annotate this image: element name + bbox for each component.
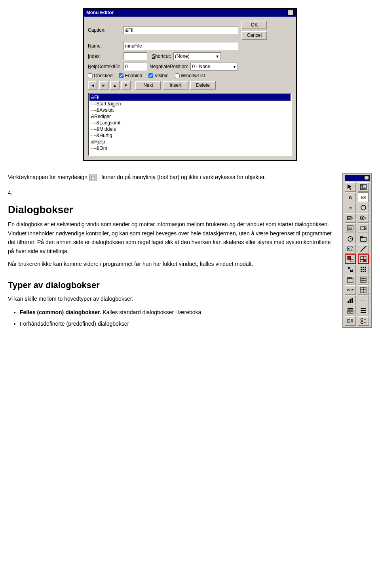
visible-checkbox[interactable] xyxy=(148,73,153,78)
svg-rect-63 xyxy=(351,311,353,313)
dialog-titlebar: Menu Editor × xyxy=(84,9,296,17)
toolbar-btn-misc[interactable] xyxy=(358,306,369,315)
checked-checkbox[interactable] xyxy=(88,73,93,78)
helpcontext-label: HelpContextID: xyxy=(88,64,124,69)
enabled-checkbox[interactable] xyxy=(119,73,124,78)
svg-rect-50 xyxy=(361,277,366,279)
nav-left-button[interactable]: ◄ xyxy=(88,81,97,90)
ok-cancel-buttons: OK Cancel xyxy=(241,21,267,40)
cancel-button[interactable]: Cancel xyxy=(241,31,267,40)
checked-label: Checked xyxy=(94,73,112,78)
bullet1-bold: Felles (common) dialogbokser. xyxy=(20,309,101,315)
toolbar-btn-shape1[interactable] xyxy=(345,254,356,264)
svg-rect-33 xyxy=(361,260,364,262)
menu-list[interactable]: &Fil ····Start &igjen ····&Avslutt &Redi… xyxy=(88,93,292,156)
svg-rect-47 xyxy=(348,279,353,283)
section-number-text: 4. xyxy=(8,189,13,196)
toolbar-btn-clock[interactable] xyxy=(345,234,356,243)
negotiate-label: NegotiatePosition: xyxy=(150,64,188,69)
svg-point-9 xyxy=(361,217,363,219)
toolbar-btn-ole[interactable]: OLE xyxy=(345,285,356,295)
menu-list-item[interactable]: ····&Middels xyxy=(89,126,291,132)
toolbar-btn-grid[interactable] xyxy=(358,265,369,274)
menu-list-item[interactable]: ····&Avslutt xyxy=(89,107,291,113)
shortcut-label: Shortcut: xyxy=(152,53,171,59)
shortcut-value: (None) xyxy=(175,53,190,59)
bullet2-text: Forhåndsdefinerte (predefined) dialogbok… xyxy=(20,321,129,327)
toolbar-btn-image2[interactable] xyxy=(345,244,356,254)
svg-point-72 xyxy=(361,318,363,321)
svg-rect-59 xyxy=(352,298,353,303)
bullet1-rest: Kalles standard dialogbokser i læreboka xyxy=(103,309,201,315)
toolbar-btn-line[interactable] xyxy=(358,244,369,254)
toolbar-btn-circle[interactable] xyxy=(358,203,369,212)
ok-button[interactable]: OK xyxy=(241,21,267,29)
bullet-item-1: Felles (common) dialogbokser. Kalles sta… xyxy=(20,307,334,317)
toolbar-btn-pointer[interactable] xyxy=(345,182,356,192)
toolbar-btn-chart[interactable] xyxy=(345,296,356,305)
toolbar-btn-form[interactable] xyxy=(345,306,356,315)
visible-checkbox-item: Visible xyxy=(148,73,168,78)
svg-marker-36 xyxy=(348,267,350,269)
insert-button[interactable]: Insert xyxy=(163,81,188,90)
name-row: Name: xyxy=(88,42,292,50)
toolbar-btn-resize[interactable] xyxy=(345,265,356,274)
caption-input[interactable] xyxy=(124,26,238,34)
svg-rect-52 xyxy=(361,281,366,283)
menu-list-item[interactable]: &Hjelp xyxy=(89,139,291,145)
menu-list-item[interactable]: ····Start &igjen xyxy=(89,101,291,107)
helpcontext-input[interactable] xyxy=(124,63,147,71)
caption-label: Caption: xyxy=(88,27,124,33)
toolbar-close-button[interactable]: × xyxy=(364,176,369,180)
negotiate-dropdown-arrow: ▼ xyxy=(233,65,237,69)
checkboxes-row: Checked Enabled Visible WindowList xyxy=(88,73,292,78)
toolbar-btn-folder[interactable] xyxy=(358,234,369,243)
para2: Når brukeren ikke kan komme videre i pro… xyxy=(8,260,334,268)
svg-rect-40 xyxy=(365,267,366,268)
toolbar-btn-dots[interactable]: ··· xyxy=(358,296,369,305)
index-input[interactable] xyxy=(124,52,147,60)
toolbar-btn-combobox[interactable] xyxy=(358,223,369,233)
svg-rect-49 xyxy=(350,277,352,279)
svg-point-74 xyxy=(361,321,363,324)
delete-button[interactable]: Delete xyxy=(190,81,216,90)
negotiate-dropdown[interactable]: 0 - None ▼ xyxy=(190,63,238,71)
nav-right-button[interactable]: ► xyxy=(99,81,108,90)
next-button[interactable]: Next xyxy=(135,81,161,90)
windowlist-checkbox-item: WindowList xyxy=(175,73,205,78)
toolbar-btn-table[interactable] xyxy=(358,285,369,295)
intro-paragraph: Verktøyknappen for menydesign 📋 . finner… xyxy=(8,173,334,181)
menu-editor-wrapper: Menu Editor × Caption: OK Cancel Name: I… xyxy=(8,8,372,161)
dialog-close-button[interactable]: × xyxy=(287,10,294,15)
shortcut-dropdown[interactable]: (None) ▼ xyxy=(173,52,221,60)
shortcut-dropdown-arrow: ▼ xyxy=(215,54,219,59)
toolbar-btn-special1[interactable] xyxy=(345,316,356,326)
toolbar-btn-listbox[interactable] xyxy=(345,223,356,233)
toolbar-btn-shape2[interactable] xyxy=(358,254,369,264)
svg-rect-23 xyxy=(361,237,366,241)
main-content: Verktøyknappen for menydesign 📋 . finner… xyxy=(8,173,372,330)
toolbar-btn-image[interactable] xyxy=(358,182,369,192)
menu-list-item[interactable]: ····&Hurtig xyxy=(89,132,291,139)
menu-list-item[interactable]: &Fil xyxy=(89,94,291,101)
toolbar-btn-label[interactable]: A xyxy=(345,193,356,202)
toolbar-btn-textbox[interactable]: ab| xyxy=(358,193,369,202)
nav-down-button[interactable]: ▼ xyxy=(121,81,131,90)
name-label: Name: xyxy=(88,43,124,49)
menu-list-item[interactable]: ····&Langsomt xyxy=(89,120,291,126)
negotiate-value: 0 - None xyxy=(192,64,210,69)
nav-up-button[interactable]: ▲ xyxy=(110,81,120,90)
name-input[interactable] xyxy=(124,42,238,50)
toolbar-btn-radiobutton[interactable] xyxy=(358,213,369,223)
toolbar-btn-xy[interactable]: xy xyxy=(345,203,356,212)
svg-rect-67 xyxy=(348,319,350,323)
toolbar-btn-tab[interactable] xyxy=(345,275,356,284)
toolbar-btn-data[interactable] xyxy=(358,275,369,284)
toolbar-btn-special2[interactable] xyxy=(358,316,369,326)
windowlist-checkbox[interactable] xyxy=(175,73,180,78)
svg-rect-42 xyxy=(363,269,364,270)
toolbar-btn-checkbox[interactable] xyxy=(345,213,356,223)
menu-list-item[interactable]: ····&Om xyxy=(89,145,291,151)
menu-list-item[interactable]: &Rediger xyxy=(89,113,291,120)
section-title: Dialogbokser xyxy=(8,204,334,216)
